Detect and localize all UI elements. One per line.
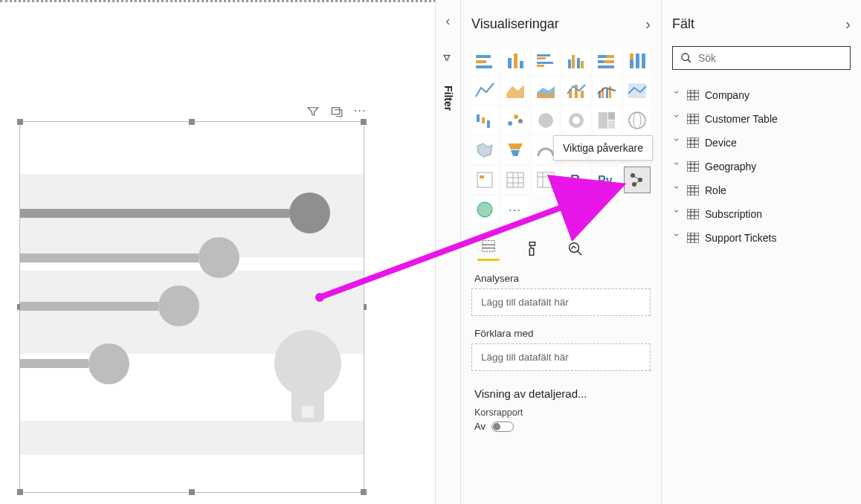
svg-marker-49 [508, 143, 523, 149]
table-label: Device [705, 137, 737, 149]
treemap-icon[interactable] [593, 107, 620, 134]
svg-rect-58 [507, 172, 523, 187]
visual-floating-toolbar: ··· [306, 105, 367, 120]
fields-table-list: ›Company ›Customer Table ›Device ›Geogra… [672, 83, 851, 250]
svg-rect-108 [687, 209, 699, 219]
svg-line-80 [578, 251, 582, 256]
more-options-icon[interactable]: ··· [354, 105, 367, 120]
svg-rect-78 [529, 242, 535, 246]
fields-panel: Fält › ›Company ›Customer Table ›Device … [662, 0, 861, 504]
donut-chart-icon[interactable] [563, 107, 590, 134]
svg-point-81 [682, 54, 689, 60]
svg-rect-57 [480, 175, 484, 178]
filter-icon[interactable] [306, 105, 320, 120]
table-row[interactable]: ›Company [672, 83, 851, 107]
map-icon[interactable] [624, 107, 651, 134]
waterfall-chart-icon[interactable] [471, 107, 498, 134]
key-influencers-tooltip: Viktiga påverkare [553, 135, 653, 161]
funnel-chart-icon[interactable] [502, 137, 529, 164]
table-row[interactable]: ›Role [672, 178, 851, 202]
svg-rect-10 [537, 65, 544, 67]
filled-map-icon[interactable] [471, 137, 498, 164]
svg-line-72 [634, 180, 640, 184]
slicer-icon[interactable] [471, 167, 498, 193]
svg-rect-1 [476, 55, 491, 58]
svg-rect-4 [508, 58, 512, 68]
svg-line-82 [688, 59, 691, 62]
svg-rect-8 [537, 57, 546, 59]
table-row[interactable]: ›Customer Table [672, 107, 851, 131]
svg-rect-98 [687, 161, 699, 172]
area-chart-icon[interactable] [502, 77, 529, 104]
svg-rect-22 [636, 54, 639, 68]
svg-point-41 [538, 113, 553, 128]
hundred-percent-bar-icon[interactable] [593, 48, 620, 74]
import-custom-visual-icon[interactable]: ··· [502, 196, 529, 223]
svg-rect-13 [577, 58, 580, 68]
svg-point-79 [570, 243, 579, 253]
clustered-bar-chart-icon[interactable] [532, 48, 559, 74]
clustered-column-chart-icon[interactable] [563, 48, 590, 74]
svg-rect-2 [476, 60, 486, 63]
stacked-column-chart-icon[interactable] [502, 48, 529, 74]
pie-chart-icon[interactable] [532, 107, 559, 134]
line-clustered-column-icon[interactable] [593, 77, 620, 104]
svg-rect-0 [332, 108, 340, 114]
stacked-area-chart-icon[interactable] [532, 77, 559, 104]
visualization-gallery: R Py ··· Viktiga påverkare [471, 48, 651, 223]
svg-rect-44 [599, 112, 607, 129]
table-row[interactable]: ›Device [672, 131, 851, 155]
stacked-bar-chart-icon[interactable] [471, 48, 498, 74]
table-icon [687, 114, 699, 124]
drillthrough-section-title: Visning av detaljerad... [474, 387, 648, 400]
cross-report-toggle[interactable] [491, 421, 514, 432]
line-stacked-column-icon[interactable] [563, 77, 590, 104]
line-chart-icon[interactable] [471, 77, 498, 104]
collapse-visualizations-icon[interactable]: › [645, 16, 651, 33]
svg-rect-45 [608, 112, 615, 120]
svg-rect-93 [687, 138, 699, 148]
svg-rect-16 [607, 55, 614, 58]
table-row[interactable]: ›Subscription [672, 202, 851, 226]
svg-point-40 [518, 119, 523, 123]
hundred-percent-column-icon[interactable] [624, 48, 651, 74]
svg-text:R: R [570, 172, 580, 187]
filters-label[interactable]: Filter [442, 85, 454, 111]
analytics-tab-icon[interactable] [564, 240, 586, 259]
svg-rect-113 [687, 233, 699, 243]
table-icon [687, 161, 699, 172]
svg-rect-46 [608, 120, 615, 129]
fields-tab-icon[interactable] [477, 238, 500, 261]
focus-mode-icon[interactable] [330, 105, 344, 120]
fields-search-input[interactable] [698, 52, 842, 64]
collapse-fields-icon[interactable]: › [845, 16, 851, 33]
visualizations-title: Visualiseringar [471, 16, 559, 32]
scatter-chart-icon[interactable] [502, 107, 529, 134]
key-influencers-icon[interactable] [624, 167, 651, 193]
key-influencers-skeleton [20, 122, 364, 492]
svg-marker-24 [506, 85, 524, 98]
format-tab-icon[interactable] [520, 240, 543, 259]
svg-marker-50 [511, 150, 520, 156]
table-row[interactable]: ›Support Tickets [672, 226, 851, 250]
report-canvas[interactable]: ··· [0, 0, 436, 504]
arcgis-map-icon[interactable] [471, 196, 498, 223]
ribbon-chart-icon[interactable] [624, 77, 651, 104]
matrix-icon[interactable] [532, 167, 559, 193]
svg-rect-63 [538, 172, 554, 187]
analyze-field-well[interactable]: Lägg till datafält här [471, 288, 651, 316]
python-visual-icon[interactable]: Py [593, 167, 620, 193]
key-influencers-visual-placeholder[interactable] [19, 121, 364, 493]
svg-rect-88 [687, 114, 699, 124]
r-visual-icon[interactable]: R [563, 167, 590, 193]
expand-filters-icon[interactable]: ‹ [446, 13, 451, 29]
table-label: Role [705, 184, 726, 196]
explain-field-well[interactable]: Lägg till datafält här [471, 343, 651, 371]
svg-rect-75 [483, 241, 495, 252]
svg-rect-21 [630, 54, 633, 59]
fields-search[interactable] [672, 46, 851, 70]
svg-rect-5 [514, 54, 517, 68]
table-icon[interactable] [502, 167, 529, 193]
table-row[interactable]: ›Geography [672, 155, 851, 178]
cross-report-state: Av [474, 421, 486, 432]
